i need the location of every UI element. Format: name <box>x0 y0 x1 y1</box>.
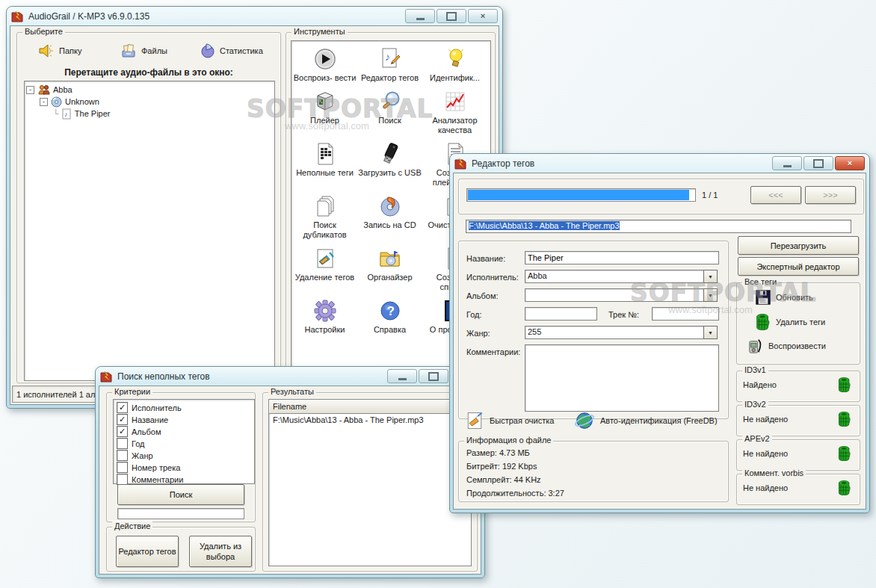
trash-icon[interactable] <box>837 479 852 497</box>
minimize-button[interactable] <box>772 156 802 170</box>
expert-editor-button[interactable]: Экспертный редактор <box>738 257 859 276</box>
maximize-button[interactable] <box>437 9 466 23</box>
checkbox[interactable]: ✓ <box>117 426 128 437</box>
tree-label: Unknown <box>65 97 99 106</box>
criteria-artist[interactable]: ✓Исполнитель <box>117 402 251 413</box>
criteria-title[interactable]: ✓Название <box>117 414 251 425</box>
tool-play[interactable]: Воспроиз- вести <box>292 47 357 83</box>
title-input[interactable] <box>525 251 719 264</box>
criteria-label: Комментарии <box>132 475 183 484</box>
tool-settings[interactable]: Настройки <box>292 299 357 335</box>
artist-combobox[interactable]: Abba ▼ <box>525 270 718 283</box>
fields-group: Название: Исполнитель: Abba ▼ Альбом: ▼ … <box>458 241 729 419</box>
tool-burn-cd[interactable]: Запись на CD <box>357 194 422 240</box>
tool-identify[interactable]: Идентифик... <box>422 47 487 83</box>
trash-icon[interactable] <box>837 376 852 394</box>
expander-icon[interactable]: - <box>40 98 48 106</box>
filepath-field[interactable]: F:\Music\Abba\13 - Abba - The Piper.mp3 <box>466 220 851 233</box>
tree-connector: └ <box>53 109 59 118</box>
criteria-year[interactable]: Год <box>117 438 251 449</box>
delete-all-tags-button[interactable]: Удалить теги <box>755 313 825 331</box>
all-tags-legend: Все теги <box>742 277 779 286</box>
pick-folder-button[interactable]: Папку <box>38 43 81 58</box>
criteria-album[interactable]: ✓Альбом <box>117 426 251 437</box>
statistics-button[interactable]: Статистика <box>199 43 263 58</box>
checkbox[interactable]: ✓ <box>117 414 128 425</box>
vorbis-group: Коммент. vorbis Не найдено <box>736 474 860 505</box>
update-tags-button[interactable]: Обновить <box>755 289 813 306</box>
minimize-button[interactable] <box>405 9 435 23</box>
reload-button[interactable]: Перезагрузить <box>738 236 859 255</box>
file-counter: 1 / 1 <box>702 191 718 199</box>
close-button[interactable]: × <box>468 9 498 23</box>
remove-from-selection-button[interactable]: Удалить из выбора <box>189 536 252 567</box>
tool-help[interactable]: ? Справка <box>357 299 422 335</box>
results-list[interactable]: Filename F:\Music\Abba\13 - Abba - The P… <box>268 399 472 566</box>
help-icon: ? <box>378 299 402 323</box>
tool-load-usb[interactable]: Загрузить с USB <box>357 142 422 188</box>
tree-item-artist[interactable]: - Abba <box>26 84 273 96</box>
auto-identify-button[interactable]: Авто-идентификация (FreeDB) <box>573 409 718 432</box>
criteria-comments[interactable]: Комментарии <box>117 474 251 485</box>
file-tree[interactable]: - Abba - Unknown └ ♪ The Piper <box>24 81 275 381</box>
tool-quality-analyzer[interactable]: Анализатор качества <box>422 90 487 135</box>
tool-search[interactable]: Поиск <box>357 90 422 135</box>
checkbox[interactable] <box>117 474 128 485</box>
tool-label: Поиск <box>378 116 401 126</box>
play-file-button[interactable]: Воспроизвести <box>747 337 826 355</box>
chevron-down-icon[interactable]: ▼ <box>703 288 718 302</box>
checkbox[interactable] <box>117 462 128 473</box>
results-group: Результаты Filename F:\Music\Abba\13 - A… <box>262 392 478 572</box>
album-combobox[interactable]: ▼ <box>525 288 718 302</box>
tool-incomplete-tags[interactable]: Неполные теги <box>292 142 357 188</box>
main-window-title: AudioGrail / K-MP3 v6.9.0.135 <box>28 11 149 22</box>
tool-player[interactable]: Плейер <box>292 90 357 135</box>
results-column-header[interactable]: Filename <box>269 400 471 414</box>
genre-combobox[interactable]: 255 ▼ <box>525 326 718 339</box>
file-info-legend: Информация о файле <box>464 436 553 445</box>
tool-delete-tags[interactable]: Удаление тегов <box>292 247 357 292</box>
app-icon <box>11 10 24 22</box>
maximize-button[interactable] <box>803 156 833 170</box>
year-input[interactable] <box>525 307 597 321</box>
prev-file-button[interactable]: <<< <box>750 186 801 204</box>
comments-textarea[interactable] <box>525 344 719 412</box>
checkbox[interactable] <box>117 438 128 449</box>
tag-editor-titlebar[interactable]: Редактор тегов × <box>450 154 869 173</box>
gear-icon <box>313 299 337 323</box>
checkbox[interactable]: ✓ <box>117 402 128 413</box>
search-button[interactable]: Поиск <box>117 484 244 505</box>
auto-identify-label: Авто-идентификация (FreeDB) <box>600 416 718 425</box>
search-progress-bar <box>117 508 244 519</box>
minimize-button[interactable] <box>387 369 417 383</box>
search-titlebar[interactable]: Поиск неполных тегов × <box>96 367 484 386</box>
tool-label: Плейер <box>310 116 339 126</box>
criteria-track-number[interactable]: Номер трека <box>117 462 251 473</box>
id3v2-legend: ID3v2 <box>742 400 768 409</box>
chevron-down-icon[interactable]: ▼ <box>703 326 718 339</box>
quick-clean-button[interactable]: Быстрая очистка <box>464 409 554 432</box>
maximize-button[interactable] <box>419 369 448 383</box>
tag-editor-icon: ♪ <box>378 47 402 71</box>
main-titlebar[interactable]: AudioGrail / K-MP3 v6.9.0.135 × <box>7 7 502 25</box>
next-file-button[interactable]: >>> <box>805 186 856 204</box>
result-row[interactable]: F:\Music\Abba\13 - Abba - The Piper.mp3 <box>269 414 471 426</box>
tree-item-track[interactable]: └ ♪ The Piper <box>53 108 273 120</box>
track-input[interactable] <box>652 307 719 321</box>
trash-icon[interactable] <box>837 410 852 428</box>
chevron-down-icon[interactable]: ▼ <box>703 270 718 283</box>
tool-tag-editor[interactable]: ♪ Редактор тегов <box>357 47 422 83</box>
tag-editor-client: 1 / 1 <<< >>> F:\Music\Abba\13 - Abba - … <box>453 173 866 510</box>
criteria-label: Исполнитель <box>132 403 182 412</box>
expander-icon[interactable]: - <box>26 86 34 94</box>
tool-find-duplicates[interactable]: Поиск дубликатов <box>292 194 357 240</box>
tool-organizer[interactable]: Органайзер <box>357 247 422 292</box>
close-button[interactable]: × <box>835 156 865 170</box>
trash-icon[interactable] <box>837 445 852 462</box>
open-tag-editor-button[interactable]: Редактор тегов <box>116 536 179 567</box>
criteria-genre[interactable]: Жанр <box>117 450 251 461</box>
usb-stick-icon <box>378 142 402 166</box>
tree-item-album[interactable]: - Unknown <box>40 96 273 108</box>
checkbox[interactable] <box>117 450 128 461</box>
pick-files-button[interactable]: Файлы <box>120 43 167 58</box>
